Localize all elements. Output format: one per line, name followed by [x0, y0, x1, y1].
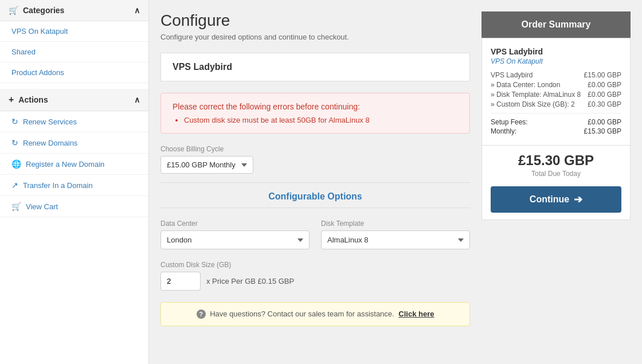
order-total-section: £15.30 GBP Total Due Today Continue ➔ — [481, 146, 631, 220]
renew-services-link[interactable]: Renew Services — [23, 118, 77, 126]
continue-label: Continue — [530, 194, 569, 205]
view-cart-link[interactable]: View Cart — [26, 202, 58, 211]
order-line-1: » Data Center: London £0.00 GBP — [491, 81, 621, 89]
sidebar-item-renew-services[interactable]: ↻ Renew Services — [0, 111, 148, 132]
view-cart-icon: 🛒 — [11, 202, 21, 211]
plus-icon: + — [9, 95, 14, 105]
question-mark-icon: ? — [197, 310, 206, 319]
page-title: Configure — [160, 11, 470, 30]
order-line-3: » Custom Disk Size (GB): 2 £0.30 GBP — [491, 100, 621, 108]
custom-disk-input[interactable] — [160, 272, 201, 291]
transfer-icon: ↗ — [11, 181, 18, 190]
order-line-2-name: » Disk Template: AlmaLinux 8 — [491, 91, 588, 99]
actions-label: Actions — [18, 95, 48, 104]
actions-chevron-icon: ∧ — [134, 95, 140, 104]
categories-label: Categories — [23, 6, 64, 15]
sidebar-item-product-addons[interactable]: Product Addons — [0, 62, 148, 83]
sidebar-item-register-domain[interactable]: 🌐 Register a New Domain — [0, 154, 148, 175]
billing-cycle-label: Choose Billing Cycle — [160, 145, 470, 153]
renew-domains-icon: ↻ — [11, 138, 18, 147]
order-summary-body: VPS Ladybird VPS On Katapult VPS Ladybir… — [481, 38, 631, 146]
sidebar-item-renew-domains[interactable]: ↻ Renew Domains — [0, 132, 148, 154]
disk-template-group: Disk Template AlmaLinux 8 — [321, 220, 470, 249]
continue-button[interactable]: Continue ➔ — [491, 186, 621, 213]
order-product-name: VPS Ladybird — [491, 47, 621, 56]
order-product-sub: VPS On Katapult — [491, 57, 621, 65]
monthly-label: Monthly: — [491, 127, 584, 135]
total-amount: £15.30 GBP — [491, 152, 621, 169]
sidebar: 🛒 Categories ∧ VPS On Katapult Shared Pr… — [0, 0, 149, 364]
order-line-2: » Disk Template: AlmaLinux 8 £0.00 GBP — [491, 91, 621, 99]
categories-chevron-icon: ∧ — [134, 6, 140, 15]
order-line-1-price: £0.00 GBP — [588, 81, 621, 89]
register-domain-link[interactable]: Register a New Domain — [26, 160, 104, 169]
data-center-group: Data Center London — [160, 220, 310, 249]
order-line-3-name: » Custom Disk Size (GB): 2 — [491, 100, 588, 108]
configurable-grid: Data Center London Disk Template AlmaLin… — [160, 220, 470, 249]
order-line-2-price: £0.00 GBP — [588, 91, 621, 99]
order-line-0-name: VPS Ladybird — [491, 71, 584, 79]
order-line-0-price: £15.00 GBP — [584, 71, 621, 79]
sidebar-item-vps-katapult[interactable]: VPS On Katapult — [0, 21, 148, 42]
error-box: Please correct the following errors befo… — [160, 93, 470, 134]
order-line-0: VPS Ladybird £15.00 GBP — [491, 71, 621, 79]
billing-cycle-group: Choose Billing Cycle £15.00 GBP Monthly — [160, 145, 470, 174]
order-line-3-price: £0.30 GBP — [588, 100, 621, 108]
renew-domains-link[interactable]: Renew Domains — [23, 139, 77, 147]
monthly-value: £15.30 GBP — [584, 127, 621, 135]
order-summary: Order Summary VPS Ladybird VPS On Katapu… — [481, 11, 631, 353]
sidebar-item-view-cart[interactable]: 🛒 View Cart — [0, 196, 148, 217]
main-form: Configure Configure your desired options… — [160, 11, 481, 353]
sidebar-item-shared[interactable]: Shared — [0, 42, 148, 62]
sidebar-item-transfer-domain[interactable]: ↗ Transfer In a Domain — [0, 175, 148, 196]
total-due-label: Total Due Today — [491, 170, 621, 178]
error-title: Please correct the following errors befo… — [173, 102, 458, 111]
error-message-0: Custom disk size must be at least 50GB f… — [184, 116, 458, 124]
help-text: Have questions? Contact our sales team f… — [210, 310, 394, 318]
actions-header[interactable]: + Actions ∧ — [0, 89, 148, 111]
setup-fees-label: Setup Fees: — [491, 118, 588, 126]
monthly-line: Monthly: £15.30 GBP — [491, 127, 621, 135]
transfer-domain-link[interactable]: Transfer In a Domain — [23, 181, 93, 190]
categories-header[interactable]: 🛒 Categories ∧ — [0, 0, 148, 21]
shared-link[interactable]: Shared — [11, 48, 36, 56]
help-bar: ? Have questions? Contact our sales team… — [160, 302, 470, 326]
page-subtitle: Configure your desired options and conti… — [160, 33, 470, 41]
renew-services-icon: ↻ — [11, 117, 18, 126]
help-link[interactable]: Click here — [398, 310, 434, 318]
data-center-select[interactable]: London — [160, 230, 310, 249]
order-summary-header: Order Summary — [481, 11, 631, 38]
cart-icon: 🛒 — [9, 6, 18, 15]
data-center-label: Data Center — [160, 220, 310, 228]
vps-katapult-link[interactable]: VPS On Katapult — [11, 27, 68, 36]
product-name-box: VPS Ladybird — [160, 53, 470, 81]
custom-disk-label: Custom Disk Size (GB) — [160, 261, 470, 269]
product-addons-link[interactable]: Product Addons — [11, 68, 64, 77]
price-per-gb: x Price Per GB £0.15 GBP — [206, 277, 294, 285]
disk-template-label: Disk Template — [321, 220, 470, 228]
product-name: VPS Ladybird — [173, 62, 232, 72]
setup-fees-line: Setup Fees: £0.00 GBP — [491, 118, 621, 126]
continue-arrow-icon: ➔ — [574, 193, 582, 206]
setup-fees-value: £0.00 GBP — [588, 118, 621, 126]
disk-template-select[interactable]: AlmaLinux 8 — [321, 230, 470, 249]
configurable-options-title: Configurable Options — [160, 182, 470, 208]
order-line-1-name: » Data Center: London — [491, 81, 588, 89]
billing-cycle-select[interactable]: £15.00 GBP Monthly — [160, 156, 253, 174]
globe-icon: 🌐 — [11, 159, 21, 169]
custom-disk-group: Custom Disk Size (GB) x Price Per GB £0.… — [160, 261, 470, 291]
